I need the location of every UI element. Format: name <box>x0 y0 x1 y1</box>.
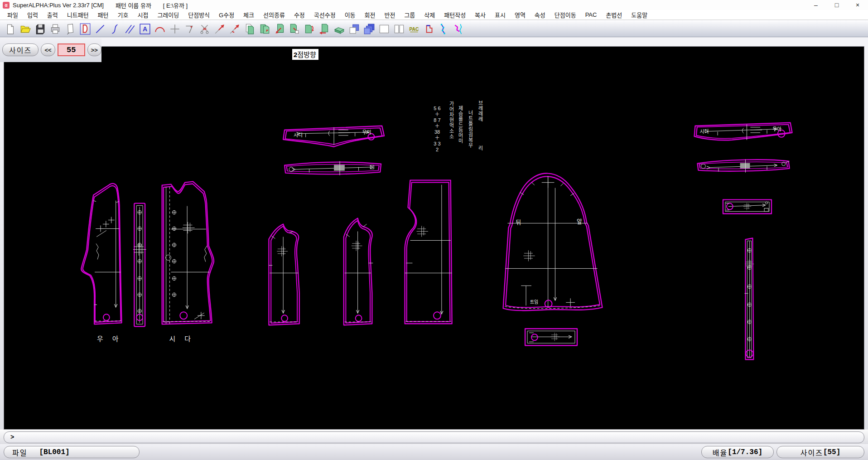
menu-item-9[interactable]: G수정 <box>214 10 239 20</box>
size-bar: 사이즈 << 55 >> <box>0 38 101 62</box>
maximize-button[interactable]: □ <box>826 0 847 10</box>
size-status[interactable]: 사이즈 [55] <box>776 446 864 458</box>
size-label-button[interactable]: 사이즈 <box>2 44 39 56</box>
save-floppy-icon[interactable] <box>33 23 48 35</box>
arc-tool-icon[interactable] <box>152 23 167 35</box>
menu-item-25[interactable]: PAC <box>581 10 602 19</box>
rotate-piece-icon[interactable] <box>302 23 317 35</box>
piece-collar-band-center[interactable] <box>285 161 381 175</box>
move-piece-icon[interactable] <box>272 23 287 35</box>
menu-item-22[interactable]: 영역 <box>510 10 530 20</box>
piece-cuff-right[interactable] <box>344 218 373 325</box>
piece-label: 뒤 <box>516 218 521 225</box>
annotation-column-1: 가어차현먹소소 <box>448 101 455 139</box>
file-status[interactable]: 파일 [BL001] <box>4 446 140 458</box>
piece-label: 트임 <box>530 299 538 305</box>
window-title: SuperALPHA:Plus Ver 2.33r7 [CM] <box>13 2 104 9</box>
menu-item-24[interactable]: 단점이동 <box>550 10 581 20</box>
piece-front-left-bodice[interactable] <box>162 182 214 324</box>
document-path: [ E:\유까 ] <box>163 1 188 10</box>
curve-tool-icon[interactable] <box>107 23 122 35</box>
new-file-icon[interactable] <box>3 23 18 35</box>
size-value-field[interactable]: 55 <box>58 44 85 56</box>
cut-tool-icon[interactable] <box>197 23 212 35</box>
point-cross-tool-icon[interactable] <box>167 23 182 35</box>
menu-item-16[interactable]: 반전 <box>380 10 400 20</box>
pac-pattern-icon[interactable] <box>421 23 436 35</box>
menu-item-26[interactable]: 촌법선 <box>601 10 627 20</box>
piece-front-band-strip[interactable] <box>744 238 754 359</box>
rotate-piece2-icon[interactable] <box>317 23 332 35</box>
solid-piece-icon[interactable] <box>332 23 347 35</box>
annotation-column-2: 제슴를드듬머미 <box>457 106 464 144</box>
menu-item-12[interactable]: 수정 <box>289 10 309 20</box>
stretch2-tool-icon[interactable] <box>227 23 242 35</box>
piece-label: 시디 <box>699 129 709 134</box>
line-tool-icon[interactable] <box>92 23 107 35</box>
piece-cuff-left[interactable] <box>269 224 299 325</box>
piece-front-facing[interactable] <box>405 180 452 324</box>
menu-item-19[interactable]: 패턴작성 <box>439 10 470 20</box>
piece-label: 우미 <box>362 130 371 135</box>
overlap-layers-icon[interactable] <box>347 23 362 35</box>
pattern-canvas[interactable]: 우 아 시 다 시디 우미 <box>4 46 864 430</box>
menu-item-3[interactable]: 니트패턴 <box>63 10 93 20</box>
menu-item-4[interactable]: 패턴 <box>93 10 113 20</box>
menu-item-1[interactable]: 입력 <box>23 10 43 20</box>
paste-pattern-icon[interactable] <box>257 23 272 35</box>
blank-sheet-icon[interactable] <box>376 23 391 35</box>
menu-item-18[interactable]: 삭제 <box>420 10 439 20</box>
menu-item-8[interactable]: 단점방식 <box>183 10 214 20</box>
size-next-button[interactable]: >> <box>87 44 101 56</box>
measurement-column: 5 6 ＋ 8 7 ＋ 38 ＋ 3 3 2 <box>430 106 444 153</box>
piece-sleeve-band[interactable] <box>525 329 577 345</box>
menu-item-15[interactable]: 회전 <box>360 10 380 20</box>
menu-item-20[interactable]: 복사 <box>470 10 490 20</box>
menu-item-13[interactable]: 곡선수정 <box>309 10 340 20</box>
overlap-layers2-icon[interactable] <box>362 23 376 35</box>
piece-front-right-bodice[interactable] <box>81 184 121 324</box>
toolbar: APAC <box>0 20 868 37</box>
pac-export-icon[interactable]: PAC <box>406 23 421 35</box>
parallel-line-tool-icon[interactable] <box>122 23 137 35</box>
zoom-status[interactable]: 배율 [1/7.36] <box>701 446 774 458</box>
copy-paper-icon[interactable] <box>242 23 257 35</box>
digitize-path2-icon[interactable] <box>451 23 466 35</box>
piece-sleeve[interactable] <box>503 174 603 311</box>
digitize-path-icon[interactable] <box>436 23 451 35</box>
open-folder-icon[interactable] <box>18 23 33 35</box>
piece-button-placket[interactable] <box>133 203 146 327</box>
move-piece2-icon[interactable] <box>287 23 302 35</box>
menu-item-0[interactable]: 파일 <box>3 10 23 20</box>
menu-item-17[interactable]: 그룹 <box>400 10 420 20</box>
menu-item-10[interactable]: 체크 <box>239 10 259 20</box>
menu-item-11[interactable]: 선의종류 <box>259 10 289 20</box>
piece-label: 시 다 <box>169 335 194 343</box>
close-button[interactable]: × <box>847 0 868 10</box>
column-sheet-icon[interactable] <box>391 23 406 35</box>
page-preview-icon[interactable] <box>63 23 77 35</box>
menu-item-5[interactable]: 기호 <box>113 10 133 20</box>
menu-item-7[interactable]: 그레이딩 <box>153 10 183 20</box>
menu-item-27[interactable]: 도움말 <box>627 10 652 20</box>
size-status-label: 사이즈 <box>800 447 823 458</box>
pattern-file-icon[interactable] <box>77 23 92 35</box>
annotation-column-5: 리 <box>477 145 484 151</box>
titlebar: α SuperALPHA:Plus Ver 2.33r7 [CM] 패턴 이름 … <box>0 0 868 10</box>
piece-collar-band-right[interactable] <box>697 160 789 173</box>
size-status-value: [55] <box>823 448 840 456</box>
menu-item-21[interactable]: 표시 <box>490 10 510 20</box>
plotter-icon[interactable] <box>48 23 63 35</box>
stretch-tool-icon[interactable] <box>212 23 227 35</box>
application-window: α SuperALPHA:Plus Ver 2.33r7 [CM] 패턴 이름 … <box>0 0 868 460</box>
angle-tool-icon[interactable] <box>182 23 197 35</box>
menu-item-14[interactable]: 이동 <box>340 10 360 20</box>
menu-item-6[interactable]: 시접 <box>133 10 153 20</box>
piece-placket-tab[interactable] <box>723 200 772 214</box>
text-tool-icon[interactable]: A <box>137 23 152 35</box>
command-input[interactable]: > <box>4 431 864 443</box>
minimize-button[interactable]: – <box>805 0 826 10</box>
menu-item-2[interactable]: 출력 <box>43 10 63 20</box>
menu-item-23[interactable]: 속성 <box>530 10 550 20</box>
size-prev-button[interactable]: << <box>41 44 55 56</box>
